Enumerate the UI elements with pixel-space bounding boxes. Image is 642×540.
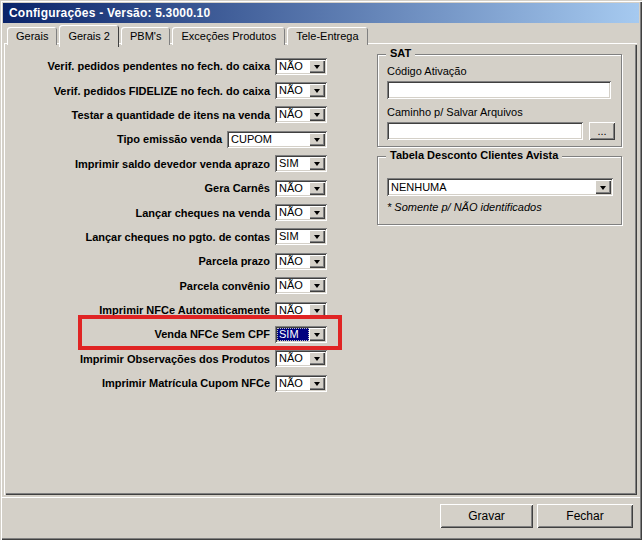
chevron-down-icon — [314, 260, 320, 264]
setting-combobox[interactable]: NÃO — [275, 106, 327, 123]
combobox-value: NÃO — [277, 255, 309, 268]
setting-label: Verif. pedidos FIDELIZE no fech. do caix… — [4, 85, 270, 97]
sat-groupbox: SAT Código Ativação Caminho p/ Salvar Ar… — [377, 54, 622, 147]
chevron-down-icon — [314, 211, 320, 215]
combobox-value: NÃO — [277, 60, 309, 73]
tab-exce-es-produtos[interactable]: Exceções Produtos — [172, 27, 285, 45]
tab-strip: GeraisGerais 2PBM'sExceções ProdutosTele… — [7, 25, 370, 45]
combobox-dropdown-button[interactable] — [309, 377, 325, 390]
gravar-button[interactable]: Gravar — [440, 504, 533, 528]
setting-label: Venda NFCe Sem CPF — [4, 328, 270, 340]
combobox-value: NÃO — [277, 377, 309, 390]
chevron-down-icon — [600, 186, 606, 190]
combobox-dropdown-button[interactable] — [309, 230, 325, 243]
setting-label: Parcela prazo — [4, 255, 270, 267]
caminho-salvar-input[interactable] — [387, 122, 583, 140]
setting-row: Verif. pedidos pendentes no fech. do cai… — [4, 54, 332, 78]
combobox-dropdown-button[interactable] — [309, 133, 325, 146]
setting-combobox[interactable]: SIM — [275, 155, 327, 172]
combobox-value: SIM — [277, 157, 309, 170]
chevron-down-icon — [314, 284, 320, 288]
setting-row: Gera CarnêsNÃO — [4, 176, 332, 200]
codigo-ativacao-label: Código Ativação — [387, 65, 467, 77]
combobox-dropdown-button[interactable] — [309, 255, 325, 268]
chevron-down-icon — [314, 65, 320, 69]
setting-row: Verif. pedidos FIDELIZE no fech. do caix… — [4, 78, 332, 102]
combobox-dropdown-button[interactable] — [309, 108, 325, 121]
setting-row: Tipo emissão vendaCUPOM — [4, 127, 332, 151]
combobox-value: CUPOM — [229, 133, 309, 146]
fechar-button[interactable]: Fechar — [537, 504, 633, 528]
chevron-down-icon — [314, 382, 320, 386]
combobox-value: NÃO — [277, 84, 309, 97]
setting-combobox[interactable]: CUPOM — [227, 131, 327, 148]
combobox-dropdown-button[interactable] — [309, 328, 325, 341]
setting-combobox[interactable]: SIM — [275, 228, 327, 245]
combobox-dropdown-button[interactable] — [309, 60, 325, 73]
chevron-down-icon — [314, 187, 320, 191]
configuracoes-window: Configurações - Versão: 5.3000.10 Gerais… — [0, 0, 642, 540]
setting-row: Lançar cheques na vendaNÃO — [4, 200, 332, 224]
setting-row: Lançar cheques no pgto. de contasSIM — [4, 225, 332, 249]
tabela-desconto-combobox[interactable]: NENHUMA — [387, 178, 613, 196]
setting-combobox[interactable]: NÃO — [275, 180, 327, 197]
tab-gerais[interactable]: Gerais — [7, 27, 57, 45]
codigo-ativacao-input[interactable] — [387, 81, 611, 99]
combobox-dropdown-button[interactable] — [595, 180, 611, 194]
chevron-down-icon — [314, 235, 320, 239]
setting-row: Parcela convênioNÃO — [4, 274, 332, 298]
tabela-desconto-note: * Somente p/ NÃO identificados — [387, 201, 542, 213]
tabela-desconto-groupbox: Tabela Desconto Clientes Avista NENHUMA … — [377, 156, 622, 225]
setting-row: Imprimir NFCe AutomaticamenteNÃO — [4, 298, 332, 322]
chevron-down-icon — [314, 113, 320, 117]
combobox-value: NÃO — [277, 108, 309, 121]
setting-row: Parcela prazoNÃO — [4, 249, 332, 273]
sat-groupbox-legend: SAT — [386, 47, 415, 59]
combobox-value: NÃO — [277, 304, 309, 317]
setting-row: Imprimir Matrícula Cupom NFCeNÃO — [4, 371, 332, 395]
combobox-dropdown-button[interactable] — [309, 352, 325, 365]
combobox-value: NÃO — [277, 352, 309, 365]
combobox-value: NÃO — [277, 279, 309, 292]
setting-label: Testar a quantidade de itens na venda — [4, 109, 270, 121]
setting-label: Gera Carnês — [4, 182, 270, 194]
setting-combobox[interactable]: NÃO — [275, 277, 327, 294]
tab-pbm-s[interactable]: PBM's — [121, 27, 170, 45]
setting-combobox[interactable]: NÃO — [275, 302, 327, 319]
bottom-button-bar: Gravar Fechar — [2, 497, 640, 536]
setting-row: Imprimir Observações dos ProdutosNÃO — [4, 347, 332, 371]
setting-combobox[interactable]: NÃO — [275, 350, 327, 367]
setting-combobox[interactable]: NÃO — [275, 204, 327, 221]
combobox-dropdown-button[interactable] — [309, 84, 325, 97]
setting-row: Testar a quantidade de itens na vendaNÃO — [4, 103, 332, 127]
combobox-value: SIM — [277, 230, 309, 243]
chevron-down-icon — [314, 357, 320, 361]
setting-label: Imprimir Observações dos Produtos — [4, 353, 270, 365]
chevron-down-icon — [314, 138, 320, 142]
setting-row: Imprimir saldo devedor venda aprazoSIM — [4, 152, 332, 176]
combobox-dropdown-button[interactable] — [309, 157, 325, 170]
setting-row: Venda NFCe Sem CPFSIM — [4, 322, 332, 346]
setting-combobox[interactable]: NÃO — [275, 253, 327, 270]
tabela-desconto-legend: Tabela Desconto Clientes Avista — [386, 149, 562, 161]
setting-label: Parcela convênio — [4, 280, 270, 292]
combobox-dropdown-button[interactable] — [309, 206, 325, 219]
setting-label: Imprimir NFCe Automaticamente — [4, 304, 270, 316]
combobox-dropdown-button[interactable] — [309, 279, 325, 292]
combobox-dropdown-button[interactable] — [309, 182, 325, 195]
chevron-down-icon — [314, 89, 320, 93]
combobox-value: NÃO — [277, 206, 309, 219]
tab-page-gerais-2: Verif. pedidos pendentes no fech. do cai… — [4, 43, 637, 495]
combobox-dropdown-button[interactable] — [309, 304, 325, 317]
tab-gerais-2[interactable]: Gerais 2 — [59, 25, 119, 47]
tab-tele-entrega[interactable]: Tele-Entrega — [287, 27, 367, 45]
setting-label: Tipo emissão venda — [4, 133, 222, 145]
setting-combobox[interactable]: NÃO — [275, 58, 327, 75]
setting-label: Lançar cheques na venda — [4, 207, 270, 219]
setting-combobox[interactable]: NÃO — [275, 82, 327, 99]
browse-button[interactable]: ... — [589, 122, 615, 140]
window-title: Configurações - Versão: 5.3000.10 — [9, 6, 210, 20]
window-titlebar[interactable]: Configurações - Versão: 5.3000.10 — [3, 3, 639, 23]
setting-combobox[interactable]: NÃO — [275, 375, 327, 392]
setting-combobox[interactable]: SIM — [275, 326, 327, 343]
